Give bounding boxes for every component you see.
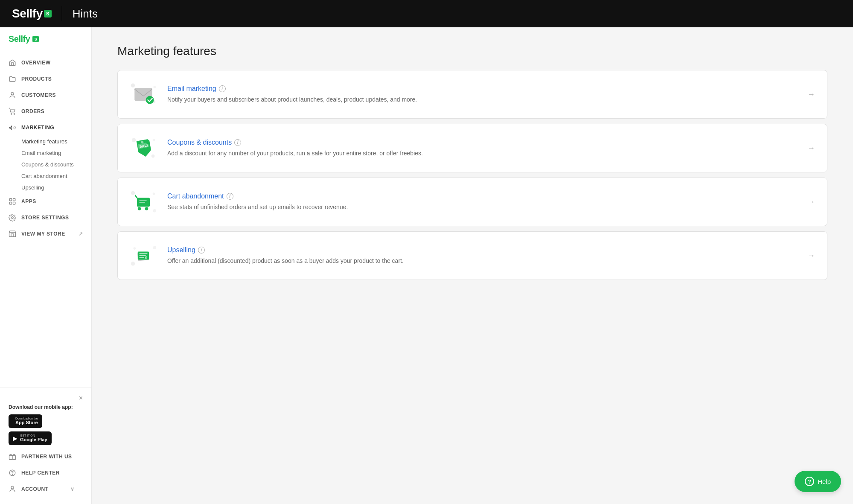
sidebar-nav: OVERVIEW PRODUCTS CUS [0, 51, 91, 387]
help-button[interactable]: ? Help [795, 471, 841, 492]
email-marketing-title: Email marketing i [167, 85, 797, 93]
svg-point-11 [12, 474, 13, 475]
svg-point-24 [131, 191, 135, 195]
svg-point-18 [132, 138, 136, 142]
store-icon [9, 230, 16, 238]
gift-icon [9, 453, 16, 460]
svg-rect-3 [9, 198, 12, 201]
person-icon [9, 91, 16, 99]
cart-abandonment-text: Cart abandonment i See stats of unfinish… [167, 192, 797, 212]
megaphone-icon [9, 124, 16, 131]
header-logo: Sellfy S [12, 7, 52, 20]
svg-point-28 [138, 207, 141, 210]
help-question-icon: ? [805, 477, 814, 486]
coupons-info-icon[interactable]: i [234, 139, 241, 146]
coupons-discounts-arrow: → [807, 144, 815, 153]
external-link-icon: ↗ [79, 231, 83, 237]
app-store-badge[interactable]: Download on the App Store [9, 414, 42, 428]
mobile-app-section: × Download our mobile app: Download on t… [0, 387, 91, 504]
subnav-coupons-discounts[interactable]: Coupons & discounts [21, 159, 91, 170]
sidebar-brand-badge: S [32, 36, 39, 42]
svg-point-0 [11, 92, 14, 95]
store-badges: Download on the App Store ▶ GET IT ON Go… [9, 414, 83, 445]
sidebar-label-orders: ORDERS [21, 108, 44, 114]
page-title: Marketing features [117, 44, 827, 58]
header-logo-text: Sellfy [12, 7, 43, 20]
svg-point-12 [11, 486, 14, 489]
grid-icon [9, 198, 16, 205]
subnav-marketing-features[interactable]: Marketing features [21, 136, 91, 147]
sidebar-label-customers: CUSTOMERS [21, 92, 56, 98]
sidebar-item-help-center[interactable]: HELP CENTER [9, 465, 83, 481]
svg-point-2 [14, 114, 15, 114]
sidebar-item-view-store[interactable]: VIEW MY STORE ↗ [0, 226, 91, 242]
sidebar-item-marketing[interactable]: MARKETING [0, 119, 91, 136]
home-icon [9, 59, 16, 67]
google-play-sub: GET IT ON [20, 434, 47, 437]
sidebar-item-partner[interactable]: PARTNER WITH US [9, 449, 83, 465]
svg-text:$: $ [145, 255, 148, 260]
sidebar-brand-text: Sellfy [9, 34, 30, 44]
google-play-badge[interactable]: ▶ GET IT ON Google Play [9, 431, 52, 445]
sidebar-item-overview[interactable]: OVERVIEW [0, 55, 91, 71]
app-store-main: App Store [15, 420, 38, 425]
svg-point-29 [145, 207, 148, 210]
email-marketing-desc: Notify your buyers and subscribers about… [167, 95, 797, 104]
email-marketing-icon [130, 81, 157, 108]
coupons-discounts-desc: Add a discount for any number of your pr… [167, 149, 797, 158]
svg-point-25 [153, 209, 157, 213]
help-center-icon [9, 469, 16, 477]
subnav-cart-abandonment[interactable]: Cart abandonment [21, 170, 91, 182]
cart-abandonment-info-icon[interactable]: i [227, 193, 233, 200]
svg-point-34 [133, 247, 136, 250]
upselling-card[interactable]: $ Upselling i Offer an additional (disco… [117, 231, 827, 280]
svg-rect-6 [13, 202, 15, 204]
coupons-discounts-text: Coupons & discounts i Add a discount for… [167, 139, 797, 158]
header-logo-badge: S [44, 10, 52, 17]
sidebar-label-help-center: HELP CENTER [21, 470, 60, 476]
cart-abandonment-desc: See stats of unfinished orders and set u… [167, 203, 797, 212]
sidebar-item-store-settings[interactable]: STORE SETTINGS [0, 210, 91, 226]
sidebar-label-account: ACCOUNT [21, 486, 49, 492]
email-marketing-info-icon[interactable]: i [219, 85, 226, 92]
svg-point-15 [154, 86, 156, 88]
header-divider [62, 6, 62, 21]
cart-abandonment-card[interactable]: Cart abandonment i See stats of unfinish… [117, 178, 827, 226]
upselling-icon: $ [130, 242, 157, 269]
sidebar-item-apps[interactable]: APPS [0, 193, 91, 210]
google-play-icon: ▶ [13, 435, 17, 442]
top-header: Sellfy S Hints [0, 0, 853, 27]
dismiss-mobile-app: × [9, 395, 83, 402]
svg-point-1 [11, 114, 12, 114]
account-icon [9, 485, 16, 493]
chevron-down-icon: ∨ [70, 486, 75, 492]
sidebar-item-customers[interactable]: CUSTOMERS [0, 87, 91, 103]
subnav-upselling[interactable]: Upselling [21, 182, 91, 193]
coupons-discounts-card[interactable]: SALE Coupons & discounts i Add a discoun… [117, 124, 827, 172]
sidebar-label-partner: PARTNER WITH US [21, 454, 72, 460]
upselling-info-icon[interactable]: i [198, 247, 205, 253]
svg-point-26 [153, 192, 155, 195]
coupons-icon: SALE [130, 134, 157, 162]
header-title: Hints [73, 7, 98, 20]
svg-point-13 [131, 84, 135, 87]
sidebar-label-apps: APPS [21, 198, 36, 204]
close-mobile-app-button[interactable]: × [79, 395, 83, 402]
google-play-main: Google Play [20, 437, 47, 443]
email-marketing-card[interactable]: Email marketing i Notify your buyers and… [117, 70, 827, 119]
subnav-email-marketing[interactable]: Email marketing [21, 147, 91, 159]
orders-icon [9, 108, 16, 115]
sidebar-brand: Sellfy S [0, 27, 91, 51]
sidebar-item-orders[interactable]: ORDERS [0, 103, 91, 119]
sidebar-item-products[interactable]: PRODUCTS [0, 71, 91, 87]
sidebar-label-overview: OVERVIEW [21, 60, 50, 66]
svg-point-17 [146, 96, 154, 104]
sidebar-label-marketing: MARKETING [21, 125, 54, 131]
svg-point-32 [131, 262, 135, 265]
sidebar-item-account[interactable]: ACCOUNT ∨ [9, 481, 83, 497]
cart-abandonment-arrow: → [807, 198, 815, 207]
app-store-sub: Download on the [15, 417, 38, 420]
cart-abandonment-title: Cart abandonment i [167, 192, 797, 200]
upselling-text: Upselling i Offer an additional (discoun… [167, 246, 797, 265]
sidebar: Sellfy S OVERVIEW [0, 27, 92, 504]
